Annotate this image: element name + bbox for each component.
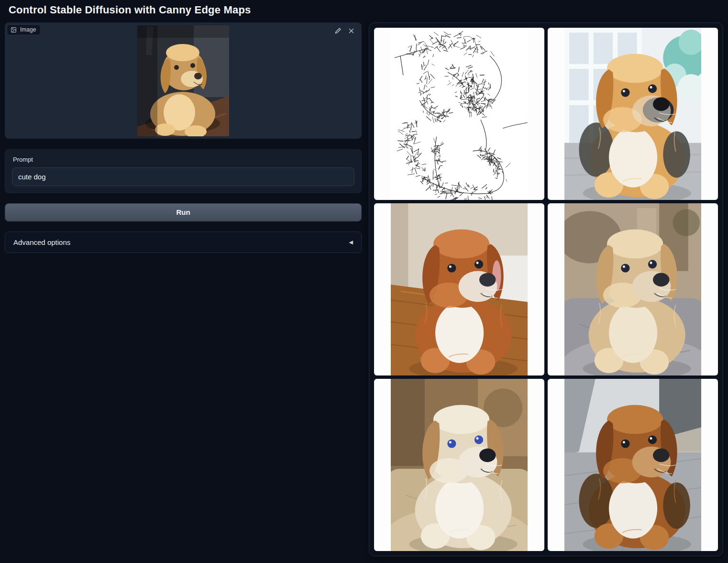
gallery-image-5 xyxy=(564,379,701,551)
main-columns: Image xyxy=(5,22,723,556)
gallery-image-1 xyxy=(564,28,701,200)
prompt-input[interactable] xyxy=(12,167,354,186)
app-page: Control Stable Diffusion with Canny Edge… xyxy=(0,0,728,563)
image-label: Image xyxy=(7,24,41,35)
gallery-item-generated-dog-1[interactable] xyxy=(548,28,718,200)
gallery-item-generated-dog-5[interactable] xyxy=(548,379,718,551)
run-button[interactable]: Run xyxy=(5,203,362,221)
image-icon xyxy=(11,27,17,33)
gallery-image-2 xyxy=(391,203,528,375)
clear-image-button[interactable] xyxy=(345,26,357,37)
gallery-item-generated-dog-3[interactable] xyxy=(548,203,718,375)
page-title: Control Stable Diffusion with Canny Edge… xyxy=(9,4,723,16)
advanced-options-label: Advanced options xyxy=(13,238,70,246)
gallery-item-generated-dog-4[interactable] xyxy=(374,379,544,551)
close-icon xyxy=(348,27,355,36)
output-gallery xyxy=(369,22,723,556)
advanced-options-accordion[interactable]: Advanced options ◀ xyxy=(5,232,362,253)
input-image-panel: Image xyxy=(5,22,362,139)
edit-image-button[interactable] xyxy=(331,26,344,37)
pencil-icon xyxy=(334,27,342,36)
collapse-arrow-icon: ◀ xyxy=(349,239,353,245)
gallery-item-generated-dog-2[interactable] xyxy=(374,203,544,375)
gallery-image-3 xyxy=(564,203,701,375)
image-actions xyxy=(331,26,357,37)
input-column: Image xyxy=(5,22,362,253)
prompt-panel: Prompt xyxy=(5,149,362,193)
input-image[interactable] xyxy=(137,25,229,136)
image-label-text: Image xyxy=(20,26,36,33)
gallery-image-4 xyxy=(391,379,528,551)
gallery-item-canny-edge-map[interactable] xyxy=(374,28,544,200)
gallery-image-0 xyxy=(388,28,529,200)
prompt-label: Prompt xyxy=(13,156,354,163)
